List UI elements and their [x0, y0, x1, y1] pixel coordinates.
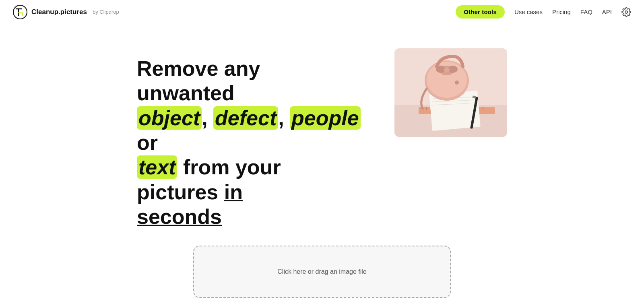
highlight-defect: defect: [213, 106, 278, 130]
heading-in: in: [224, 180, 243, 204]
upload-dropzone[interactable]: Click here or drag an image file: [193, 246, 451, 298]
highlight-text: text: [137, 155, 177, 179]
settings-icon[interactable]: [621, 7, 631, 17]
navbar: Cleanup.pictures by Clipdrop Other tools…: [0, 0, 644, 24]
svg-point-26: [436, 66, 446, 73]
upload-label: Click here or drag an image file: [277, 268, 366, 275]
hero-text-block: Remove any unwanted object, defect, peop…: [137, 48, 362, 229]
heading-seconds: seconds: [137, 205, 222, 228]
highlight-people: people: [290, 106, 361, 130]
faq-link[interactable]: FAQ: [580, 8, 592, 15]
nav-brand: Cleanup.pictures by Clipdrop: [13, 5, 119, 19]
heading-line1: Remove any unwanted: [137, 57, 260, 105]
brand-logo-icon: [13, 5, 27, 19]
svg-point-28: [444, 68, 450, 72]
hero-heading: Remove any unwanted object, defect, peop…: [137, 56, 362, 229]
brand-byline: by Clipdrop: [93, 9, 119, 15]
highlight-object: object: [137, 106, 202, 130]
hero-image-wrap: [394, 48, 507, 137]
upload-section: Click here or drag an image file: [185, 246, 459, 298]
other-tools-button[interactable]: Other tools: [456, 5, 505, 19]
hero-image: [394, 48, 507, 137]
text-or: or: [137, 131, 158, 154]
api-link[interactable]: API: [602, 8, 612, 15]
brand-name: Cleanup.pictures: [31, 8, 87, 16]
svg-point-5: [625, 11, 627, 13]
hero-section: Remove any unwanted object, defect, peop…: [40, 24, 604, 246]
hero-image-svg: [394, 48, 507, 137]
nav-links: Other tools Use cases Pricing FAQ API: [456, 5, 631, 19]
pricing-link[interactable]: Pricing: [552, 8, 571, 15]
svg-point-29: [455, 81, 459, 85]
svg-point-0: [13, 5, 27, 19]
use-cases-link[interactable]: Use cases: [514, 8, 543, 15]
svg-point-27: [448, 66, 458, 73]
